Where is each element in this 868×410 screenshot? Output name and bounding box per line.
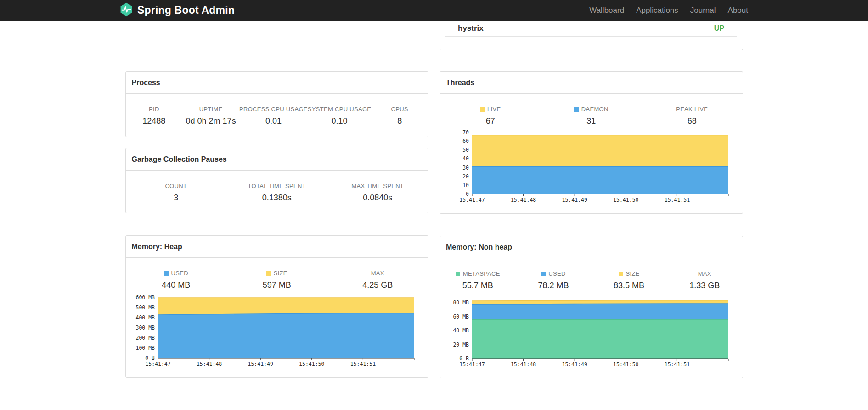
metric-value: 0d 0h 2m 17s xyxy=(182,116,239,126)
svg-text:600 MB: 600 MB xyxy=(135,294,155,301)
navbar: Spring Boot Admin Wallboard Applications… xyxy=(0,0,868,21)
metric-uptime: UPTIME 0d 0h 2m 17s xyxy=(182,106,239,126)
memory-heap-chart: 0 B100 MB200 MB300 MB400 MB500 MB600 MB1… xyxy=(131,294,428,374)
legend-value: 31 xyxy=(541,116,642,126)
used-swatch-icon xyxy=(164,271,169,276)
metric-value: 3 xyxy=(126,193,227,203)
svg-text:15:41:48: 15:41:48 xyxy=(511,197,536,203)
legend-used: USED 78.2 MB xyxy=(516,270,592,290)
metric-value: 8 xyxy=(371,116,428,126)
size-swatch-icon xyxy=(266,271,271,276)
brand-link[interactable]: Spring Boot Admin xyxy=(120,2,235,18)
metric-label: TOTAL TIME SPENT xyxy=(226,182,327,189)
legend-label: LIVE xyxy=(440,106,541,113)
metaspace-swatch-icon xyxy=(456,272,460,276)
legend-label-text: METASPACE xyxy=(463,270,500,277)
legend-label: SIZE xyxy=(591,270,667,277)
used-swatch-icon xyxy=(541,272,546,276)
legend-value: 597 MB xyxy=(226,280,327,290)
legend-label-text: USED xyxy=(171,270,188,277)
svg-text:20 MB: 20 MB xyxy=(453,342,469,348)
metric-label: PID xyxy=(126,106,183,113)
navbar-container: Spring Boot Admin Wallboard Applications… xyxy=(117,0,751,21)
svg-text:0 B: 0 B xyxy=(459,355,469,362)
legend-label: USED xyxy=(516,270,592,277)
status-badge: UP xyxy=(714,24,725,33)
svg-text:20: 20 xyxy=(462,173,469,180)
legend-size: SIZE 597 MB xyxy=(226,270,327,290)
svg-text:0: 0 xyxy=(466,191,469,197)
metric-pid: PID 12488 xyxy=(126,106,183,126)
legend-value: 67 xyxy=(440,116,541,126)
threads-panel-title: Threads xyxy=(440,72,743,94)
svg-text:15:41:51: 15:41:51 xyxy=(665,197,690,203)
metric-gc-total-time: TOTAL TIME SPENT 0.1380s xyxy=(226,182,327,203)
threads-legend: LIVE 67 DAEMON 31 PEAK LIVE 68 xyxy=(440,106,743,126)
daemon-swatch-icon xyxy=(574,107,579,112)
legend-live: LIVE 67 xyxy=(440,106,541,126)
main-content: Process PID 12488 UPTIME 0d 0h 2m 17s PR… xyxy=(125,21,743,378)
chart-svg-memory-nonheap: 0 B20 MB40 MB60 MB80 MB15:41:4715:41:481… xyxy=(445,294,730,372)
metric-label: MAX TIME SPENT xyxy=(327,182,428,189)
legend-metaspace: METASPACE 55.7 MB xyxy=(440,270,516,290)
legend-value: 1.33 GB xyxy=(667,281,743,290)
metric-label: COUNT xyxy=(126,182,227,189)
memory-heap-panel: Memory: Heap USED 440 MB SIZE 597 MB MAX… xyxy=(125,235,429,378)
nav-item-about[interactable]: About xyxy=(728,6,748,15)
gc-panel-title: Garbage Collection Pauses xyxy=(126,148,428,171)
metric-value: 0.1380s xyxy=(226,193,327,203)
process-metrics: PID 12488 UPTIME 0d 0h 2m 17s PROCESS CP… xyxy=(126,106,428,126)
legend-label-text: SIZE xyxy=(274,270,287,277)
legend-value: 55.7 MB xyxy=(440,281,516,290)
svg-text:15:41:48: 15:41:48 xyxy=(196,361,221,367)
threads-chart: 01020304050607015:41:4715:41:4815:41:491… xyxy=(445,130,743,210)
svg-text:15:41:47: 15:41:47 xyxy=(459,361,485,368)
nav-item-wallboard[interactable]: Wallboard xyxy=(589,6,624,15)
metric-system-cpu-usage: SYSTEM CPU USAGE 0.10 xyxy=(308,106,371,126)
legend-value: 440 MB xyxy=(126,280,227,290)
legend-peak-live: PEAK LIVE 68 xyxy=(642,106,743,126)
svg-text:15:41:48: 15:41:48 xyxy=(511,361,536,368)
process-panel-title: Process xyxy=(126,72,428,94)
brand-title: Spring Boot Admin xyxy=(137,4,235,17)
metric-cpus: CPUS 8 xyxy=(371,106,428,126)
threads-panel: Threads LIVE 67 DAEMON 31 PEAK LIVE 68 0… xyxy=(440,71,743,214)
svg-text:200 MB: 200 MB xyxy=(135,335,155,341)
metric-value: 0.10 xyxy=(308,116,371,126)
legend-max: MAX 4.25 GB xyxy=(327,270,428,290)
svg-text:50: 50 xyxy=(462,147,469,153)
metric-label: CPUS xyxy=(371,106,428,113)
nav-item-applications[interactable]: Applications xyxy=(636,6,678,15)
legend-label: SIZE xyxy=(226,270,327,277)
svg-text:15:41:49: 15:41:49 xyxy=(562,197,587,203)
memory-nonheap-panel: Memory: Non heap METASPACE 55.7 MB USED … xyxy=(440,236,743,378)
svg-text:60 MB: 60 MB xyxy=(453,313,469,320)
chart-svg-memory-heap: 0 B100 MB200 MB300 MB400 MB500 MB600 MB1… xyxy=(131,294,416,372)
legend-label: METASPACE xyxy=(440,270,516,277)
legend-label-text: MAX xyxy=(698,270,711,277)
legend-label: PEAK LIVE xyxy=(642,106,743,113)
metric-label: PROCESS CPU USAGE xyxy=(239,106,308,113)
hystrix-row: hystrix UP xyxy=(445,21,737,37)
legend-used: USED 440 MB xyxy=(126,270,227,290)
legend-value: 68 xyxy=(642,116,743,126)
svg-text:100 MB: 100 MB xyxy=(135,345,155,351)
live-swatch-icon xyxy=(480,107,485,112)
metric-label: UPTIME xyxy=(182,106,239,113)
metric-process-cpu-usage: PROCESS CPU USAGE 0.01 xyxy=(239,106,308,126)
chart-svg-threads: 01020304050607015:41:4715:41:4815:41:491… xyxy=(445,130,730,208)
metric-label: SYSTEM CPU USAGE xyxy=(308,106,371,113)
gc-pauses-panel: Garbage Collection Pauses COUNT 3 TOTAL … xyxy=(125,148,429,213)
svg-text:0 B: 0 B xyxy=(145,355,155,361)
svg-text:30: 30 xyxy=(462,165,469,171)
svg-text:400 MB: 400 MB xyxy=(135,314,155,321)
svg-text:60: 60 xyxy=(462,138,469,144)
legend-max: MAX 1.33 GB xyxy=(667,270,743,290)
svg-text:15:41:47: 15:41:47 xyxy=(459,197,485,203)
nav-item-journal[interactable]: Journal xyxy=(690,6,716,15)
process-panel: Process PID 12488 UPTIME 0d 0h 2m 17s PR… xyxy=(125,71,429,137)
legend-label-text: MAX xyxy=(371,270,384,277)
svg-text:15:41:50: 15:41:50 xyxy=(613,361,638,368)
svg-text:15:41:47: 15:41:47 xyxy=(145,361,170,367)
legend-value: 83.5 MB xyxy=(591,281,667,290)
